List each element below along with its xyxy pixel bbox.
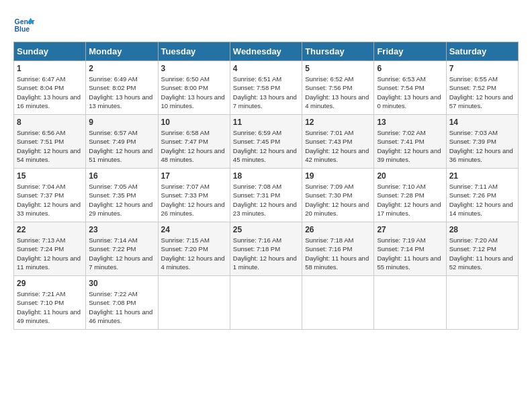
- calendar-day-cell: 2Sunrise: 6:49 AMSunset: 8:02 PMDaylight…: [86, 61, 158, 115]
- calendar-day-cell: 15Sunrise: 7:04 AMSunset: 7:37 PMDayligh…: [14, 169, 86, 222]
- header-wednesday: Wednesday: [230, 42, 302, 61]
- calendar-day-cell: 3Sunrise: 6:50 AMSunset: 8:00 PMDaylight…: [158, 61, 230, 115]
- day-details: Sunrise: 7:01 AMSunset: 7:43 PMDaylight:…: [305, 128, 371, 164]
- day-number: 9: [89, 118, 154, 127]
- calendar-day-cell: [446, 276, 518, 330]
- day-number: 11: [233, 118, 299, 127]
- header-thursday: Thursday: [302, 42, 374, 61]
- calendar-day-cell: 27Sunrise: 7:19 AMSunset: 7:14 PMDayligh…: [374, 222, 446, 276]
- svg-text:Blue: Blue: [15, 26, 30, 33]
- calendar-day-cell: 26Sunrise: 7:18 AMSunset: 7:16 PMDayligh…: [302, 222, 374, 276]
- day-details: Sunrise: 7:16 AMSunset: 7:18 PMDaylight:…: [233, 236, 299, 271]
- day-number: 27: [377, 225, 443, 234]
- day-number: 13: [377, 118, 443, 127]
- calendar-day-cell: 22Sunrise: 7:13 AMSunset: 7:24 PMDayligh…: [14, 222, 86, 276]
- calendar-day-cell: 23Sunrise: 7:14 AMSunset: 7:22 PMDayligh…: [86, 222, 158, 276]
- logo: General Blue: [13, 13, 38, 35]
- calendar-day-cell: 30Sunrise: 7:22 AMSunset: 7:08 PMDayligh…: [86, 276, 158, 330]
- calendar-day-cell: 5Sunrise: 6:52 AMSunset: 7:56 PMDaylight…: [302, 61, 374, 115]
- day-number: 16: [89, 171, 154, 181]
- day-details: Sunrise: 7:02 AMSunset: 7:41 PMDaylight:…: [377, 128, 443, 164]
- calendar-day-cell: 9Sunrise: 6:57 AMSunset: 7:49 PMDaylight…: [86, 115, 158, 169]
- calendar-day-cell: 25Sunrise: 7:16 AMSunset: 7:18 PMDayligh…: [230, 222, 302, 276]
- day-details: Sunrise: 6:57 AMSunset: 7:49 PMDaylight:…: [89, 128, 154, 164]
- day-number: 2: [89, 64, 154, 73]
- day-details: Sunrise: 7:08 AMSunset: 7:31 PMDaylight:…: [233, 182, 299, 218]
- calendar-day-cell: 19Sunrise: 7:09 AMSunset: 7:30 PMDayligh…: [302, 169, 374, 222]
- calendar-day-cell: [230, 276, 302, 330]
- calendar-day-cell: 13Sunrise: 7:02 AMSunset: 7:41 PMDayligh…: [374, 115, 446, 169]
- day-details: Sunrise: 6:55 AMSunset: 7:52 PMDaylight:…: [449, 75, 515, 110]
- day-details: Sunrise: 7:11 AMSunset: 7:26 PMDaylight:…: [449, 182, 515, 218]
- calendar-day-cell: 4Sunrise: 6:51 AMSunset: 7:58 PMDaylight…: [230, 61, 302, 115]
- calendar-day-cell: 16Sunrise: 7:05 AMSunset: 7:35 PMDayligh…: [86, 169, 158, 222]
- calendar-day-cell: 18Sunrise: 7:08 AMSunset: 7:31 PMDayligh…: [230, 169, 302, 222]
- day-details: Sunrise: 7:21 AMSunset: 7:10 PMDaylight:…: [17, 289, 83, 325]
- calendar-day-cell: 7Sunrise: 6:55 AMSunset: 7:52 PMDaylight…: [446, 61, 518, 115]
- calendar-day-cell: [302, 276, 374, 330]
- day-number: 19: [305, 171, 371, 181]
- day-details: Sunrise: 7:10 AMSunset: 7:28 PMDaylight:…: [377, 182, 443, 218]
- calendar-day-cell: 29Sunrise: 7:21 AMSunset: 7:10 PMDayligh…: [14, 276, 86, 330]
- logo-icon: General Blue: [13, 13, 35, 35]
- day-number: 29: [17, 279, 83, 288]
- day-details: Sunrise: 6:59 AMSunset: 7:45 PMDaylight:…: [233, 128, 299, 164]
- day-details: Sunrise: 6:47 AMSunset: 8:04 PMDaylight:…: [17, 75, 83, 110]
- calendar-day-cell: 14Sunrise: 7:03 AMSunset: 7:39 PMDayligh…: [446, 115, 518, 169]
- day-number: 5: [305, 64, 371, 73]
- day-details: Sunrise: 6:58 AMSunset: 7:47 PMDaylight:…: [161, 128, 227, 164]
- day-details: Sunrise: 6:52 AMSunset: 7:56 PMDaylight:…: [305, 75, 371, 110]
- day-number: 25: [233, 225, 299, 234]
- calendar-day-cell: 12Sunrise: 7:01 AMSunset: 7:43 PMDayligh…: [302, 115, 374, 169]
- day-number: 23: [89, 225, 154, 234]
- day-details: Sunrise: 7:05 AMSunset: 7:35 PMDaylight:…: [89, 182, 154, 218]
- week-row-2: 8Sunrise: 6:56 AMSunset: 7:51 PMDaylight…: [14, 115, 519, 169]
- calendar-day-cell: 6Sunrise: 6:53 AMSunset: 7:54 PMDaylight…: [374, 61, 446, 115]
- day-details: Sunrise: 7:07 AMSunset: 7:33 PMDaylight:…: [161, 182, 227, 218]
- day-details: Sunrise: 6:53 AMSunset: 7:54 PMDaylight:…: [377, 75, 443, 110]
- day-number: 22: [17, 225, 83, 234]
- day-details: Sunrise: 7:13 AMSunset: 7:24 PMDaylight:…: [17, 236, 83, 271]
- header-saturday: Saturday: [446, 42, 518, 61]
- header-friday: Friday: [374, 42, 446, 61]
- day-number: 14: [449, 118, 515, 127]
- week-row-3: 15Sunrise: 7:04 AMSunset: 7:37 PMDayligh…: [14, 169, 519, 222]
- day-number: 18: [233, 171, 299, 181]
- day-details: Sunrise: 7:04 AMSunset: 7:37 PMDaylight:…: [17, 182, 83, 218]
- day-number: 6: [377, 64, 443, 73]
- calendar-day-cell: 10Sunrise: 6:58 AMSunset: 7:47 PMDayligh…: [158, 115, 230, 169]
- header-sunday: Sunday: [14, 42, 86, 61]
- day-details: Sunrise: 6:50 AMSunset: 8:00 PMDaylight:…: [161, 75, 227, 110]
- day-details: Sunrise: 7:03 AMSunset: 7:39 PMDaylight:…: [449, 128, 515, 164]
- day-number: 15: [17, 171, 83, 181]
- header-tuesday: Tuesday: [158, 42, 230, 61]
- day-details: Sunrise: 7:15 AMSunset: 7:20 PMDaylight:…: [161, 236, 227, 271]
- day-number: 24: [161, 225, 227, 234]
- day-number: 10: [161, 118, 227, 127]
- day-details: Sunrise: 7:19 AMSunset: 7:14 PMDaylight:…: [377, 236, 443, 271]
- calendar-table: SundayMondayTuesdayWednesdayThursdayFrid…: [13, 42, 519, 330]
- day-number: 21: [449, 171, 515, 181]
- day-number: 4: [233, 64, 299, 73]
- day-number: 8: [17, 118, 83, 127]
- calendar-day-cell: 11Sunrise: 6:59 AMSunset: 7:45 PMDayligh…: [230, 115, 302, 169]
- calendar-day-cell: 20Sunrise: 7:10 AMSunset: 7:28 PMDayligh…: [374, 169, 446, 222]
- day-number: 3: [161, 64, 227, 73]
- calendar-day-cell: 1Sunrise: 6:47 AMSunset: 8:04 PMDaylight…: [14, 61, 86, 115]
- page-header: General Blue: [13, 13, 519, 35]
- day-details: Sunrise: 7:18 AMSunset: 7:16 PMDaylight:…: [305, 236, 371, 271]
- day-number: 7: [449, 64, 515, 73]
- calendar-header-row: SundayMondayTuesdayWednesdayThursdayFrid…: [14, 42, 519, 61]
- day-details: Sunrise: 7:14 AMSunset: 7:22 PMDaylight:…: [89, 236, 154, 271]
- day-details: Sunrise: 7:20 AMSunset: 7:12 PMDaylight:…: [449, 236, 515, 271]
- week-row-5: 29Sunrise: 7:21 AMSunset: 7:10 PMDayligh…: [14, 276, 519, 330]
- calendar-day-cell: 28Sunrise: 7:20 AMSunset: 7:12 PMDayligh…: [446, 222, 518, 276]
- calendar-day-cell: 24Sunrise: 7:15 AMSunset: 7:20 PMDayligh…: [158, 222, 230, 276]
- calendar-day-cell: 8Sunrise: 6:56 AMSunset: 7:51 PMDaylight…: [14, 115, 86, 169]
- day-number: 26: [305, 225, 371, 234]
- day-details: Sunrise: 6:51 AMSunset: 7:58 PMDaylight:…: [233, 75, 299, 110]
- day-number: 17: [161, 171, 227, 181]
- day-number: 20: [377, 171, 443, 181]
- day-number: 28: [449, 225, 515, 234]
- calendar-day-cell: 17Sunrise: 7:07 AMSunset: 7:33 PMDayligh…: [158, 169, 230, 222]
